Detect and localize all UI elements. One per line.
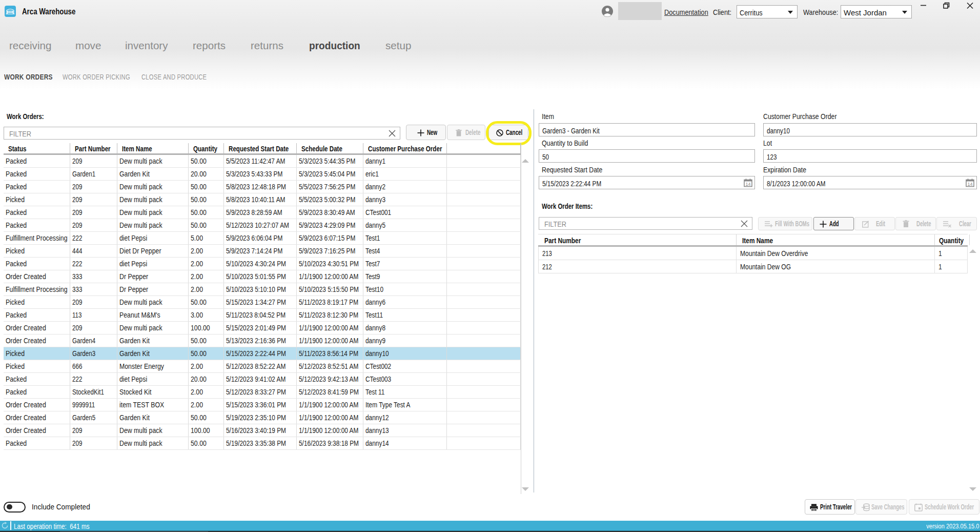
svg-text:14: 14 [745, 182, 750, 187]
svg-text:14: 14 [967, 182, 972, 187]
